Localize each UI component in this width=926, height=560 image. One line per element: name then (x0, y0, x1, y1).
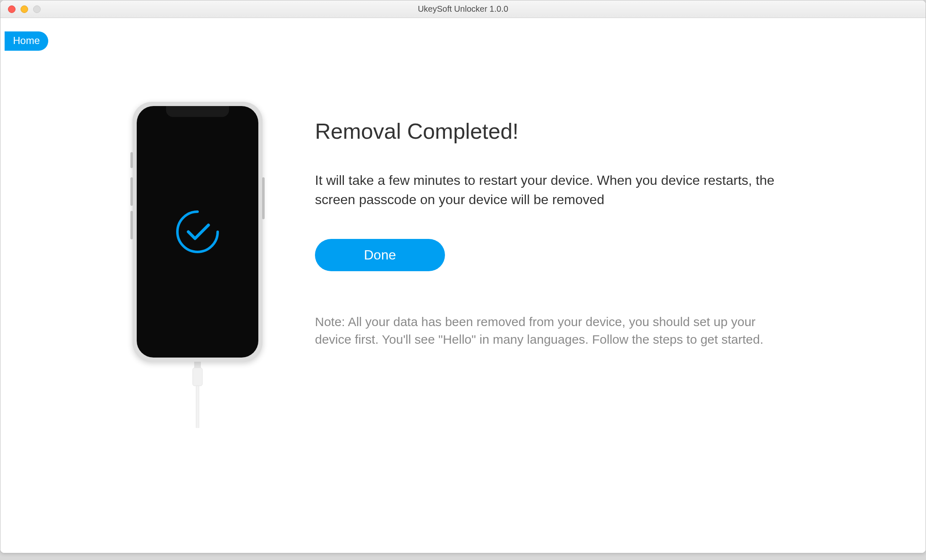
traffic-lights (0, 5, 41, 13)
device-illustration (126, 102, 269, 428)
maximize-window-button[interactable] (33, 5, 41, 13)
home-button[interactable]: Home (5, 31, 48, 51)
body-text: It will take a few minutes to restart yo… (315, 171, 785, 210)
content-area: Home (0, 18, 926, 553)
page-heading: Removal Completed! (315, 119, 863, 144)
note-text: Note: All your data has been removed fro… (315, 313, 789, 348)
phone-side-button-icon (130, 211, 133, 239)
home-button-label: Home (13, 35, 40, 46)
cable-icon (192, 361, 203, 428)
phone-side-button-icon (262, 177, 265, 219)
done-button[interactable]: Done (315, 239, 445, 271)
phone-frame-icon (133, 102, 263, 362)
phone-notch-icon (166, 106, 229, 117)
main-row: Removal Completed! It will take a few mi… (0, 18, 926, 428)
title-bar[interactable]: UkeySoft Unlocker 1.0.0 (0, 0, 926, 18)
done-button-label: Done (364, 247, 396, 262)
window-title: UkeySoft Unlocker 1.0.0 (0, 4, 926, 14)
phone-side-button-icon (130, 152, 133, 168)
app-window: UkeySoft Unlocker 1.0.0 Home (0, 0, 926, 553)
phone-side-button-icon (130, 177, 133, 206)
close-window-button[interactable] (8, 5, 16, 13)
text-column: Removal Completed! It will take a few mi… (315, 102, 926, 428)
phone-screen-icon (137, 106, 258, 358)
checkmark-circle-icon (172, 207, 223, 257)
minimize-window-button[interactable] (21, 5, 28, 13)
